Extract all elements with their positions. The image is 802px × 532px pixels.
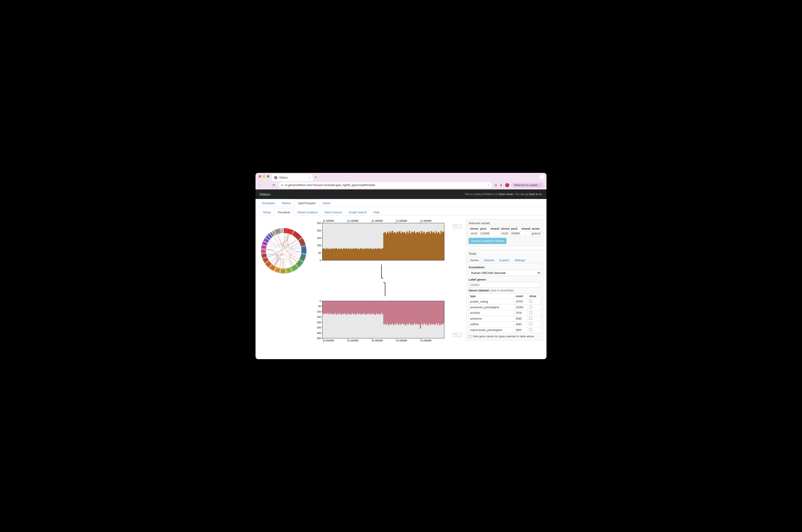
profile-avatar[interactable] [505,183,509,187]
table-row[interactable]: unprocessed_pseudogene2602 [469,327,541,333]
site-settings-icon[interactable]: ⚙ [281,184,283,187]
tools-tab-settings[interactable]: Settings [512,257,528,263]
gene-show-checkbox[interactable] [529,328,532,331]
svg-rect-27 [325,249,326,260]
jump-to-variant-button[interactable]: Jump to variant in Ribbon [469,238,507,244]
back-to-v1-link[interactable]: back to v1 [529,193,542,196]
tab-overflow-icon[interactable]: ⌄ [540,175,544,179]
genes-header: count [514,294,528,299]
gene-show-checkbox[interactable] [529,305,532,308]
gene-show-checkbox[interactable] [529,300,532,303]
main-tab-examples[interactable]: Examples [259,199,278,207]
url-field[interactable]: ⚙ v2.genomeribbon.com/?session=example:g… [279,182,492,188]
svg-text:10: 10 [277,269,279,271]
sub-tabs: SetupVisualizerVariant analysisGene fusi… [256,208,546,216]
variant-header: strand2 [520,227,530,231]
tools-tab-genes[interactable]: Genes [468,257,481,263]
svg-rect-78 [387,232,388,260]
gene-count-cell: 19797 [514,299,528,305]
downloads-icon[interactable]: ⬇ [500,183,503,187]
extensions-icon[interactable]: ⧉ [495,183,497,187]
hide-gene-names-row[interactable]: Hide gene names for types selected in ta… [469,335,541,338]
close-tab-icon[interactable]: × [309,176,311,179]
zoom-out-button[interactable]: - [458,224,462,229]
main-tab-splitthreader[interactable]: SplitThreader [295,199,319,207]
svg-rect-159 [335,301,336,313]
browser-tab[interactable]: R Ribbon × [272,174,313,181]
close-window-icon[interactable] [259,175,261,178]
svg-rect-171 [349,301,350,314]
gene-show-checkbox[interactable] [529,311,532,314]
tools-tab-explore[interactable]: Explore [497,257,512,263]
gene-show-checkbox[interactable] [529,317,532,320]
svg-rect-103 [417,233,419,260]
svg-rect-28 [326,248,327,260]
circos-plot[interactable]: 12345678910111213141516171819202122XY [259,226,309,276]
svg-rect-57 [362,249,363,260]
table-row[interactable]: processed_pseudogene10285 [469,305,541,310]
svg-rect-154 [328,301,330,315]
gene-show-cell [528,327,541,333]
coverage-chart-bottom[interactable]: 05010015020025030035025.0000M25.2000M25.… [313,297,445,342]
svg-rect-54 [358,248,359,260]
sub-tab-variant-analysis[interactable]: Variant analysis [294,208,321,216]
bookmark-icon[interactable]: ☆ [487,184,490,187]
genes-labeled-hint: (click to show/hide) [490,289,513,292]
zoom-out-button[interactable]: - [458,333,462,337]
svg-rect-215 [403,301,404,324]
sub-tab-graph-search[interactable]: Graph search [346,208,370,216]
label-genes-input[interactable] [469,282,541,288]
annotation-select[interactable]: Human GRCh38 Gencode [469,270,541,276]
gene-type-cell: unprocessed_pseudogene [469,327,514,333]
table-row[interactable]: lincRNA7678 [469,310,541,316]
window-frame: R Ribbon × + ⌄ ← → ⟳ ⚙ v2.genomeribbon.c… [256,173,546,359]
gene-count-cell: 7678 [514,310,528,316]
zoom-in-button[interactable]: + [453,333,457,337]
main-tab-about[interactable]: About [319,199,334,207]
svg-rect-62 [367,248,369,260]
gene-count-cell: 5565 [514,316,528,322]
svg-rect-86 [397,231,398,260]
svg-rect-180 [360,301,362,315]
svg-rect-70 [377,248,379,260]
sub-tab-visualizer[interactable]: Visualizer [274,208,294,216]
favicon-icon: R [274,176,277,179]
minimize-window-icon[interactable] [263,175,265,178]
gene-show-checkbox[interactable] [529,323,532,325]
svg-rect-156 [331,301,332,314]
hide-gene-names-checkbox[interactable] [469,335,472,338]
learn-more-link[interactable]: learn more [499,193,512,196]
tools-panel: Tools GenesVariantsExploreSettings Annot… [466,249,543,341]
svg-rect-153 [327,301,328,313]
maximize-window-icon[interactable] [267,175,269,178]
coverage-chart-top[interactable]: 05010015020025021.0000M21.2000M21.4000M2… [313,219,445,264]
main-tab-ribbon[interactable]: Ribbon [278,199,295,207]
svg-rect-94 [406,231,408,260]
forward-button[interactable]: → [265,183,269,187]
zoom-in-button[interactable]: + [453,224,457,229]
svg-rect-236 [428,301,430,323]
svg-rect-83 [393,233,395,260]
svg-rect-195 [379,301,380,314]
sub-tab-gene-fusions[interactable]: Gene fusions [321,208,346,216]
reload-button[interactable]: ⟳ [272,183,276,187]
table-row[interactable]: antisense5565 [469,316,541,322]
svg-rect-202 [387,301,388,323]
sub-tab-help[interactable]: Help [370,208,383,216]
svg-rect-81 [390,233,392,260]
new-tab-button[interactable]: + [315,175,317,179]
table-row[interactable]: miRNA4093 [469,322,541,327]
svg-rect-90 [401,232,403,260]
sub-tab-setup[interactable]: Setup [260,208,274,216]
svg-rect-206 [392,301,393,323]
variant-header: strand1 [489,227,499,231]
svg-rect-177 [357,301,358,313]
table-row[interactable]: protein_coding19797 [469,299,541,305]
relaunch-button[interactable]: Relaunch to update ⋮ [512,183,544,188]
svg-rect-166 [343,301,344,314]
tools-tab-variants[interactable]: Variants [481,257,497,263]
tab-bar: R Ribbon × + ⌄ [256,173,546,181]
svg-rect-56 [360,248,362,260]
svg-rect-187 [369,301,370,313]
back-button[interactable]: ← [258,183,262,187]
